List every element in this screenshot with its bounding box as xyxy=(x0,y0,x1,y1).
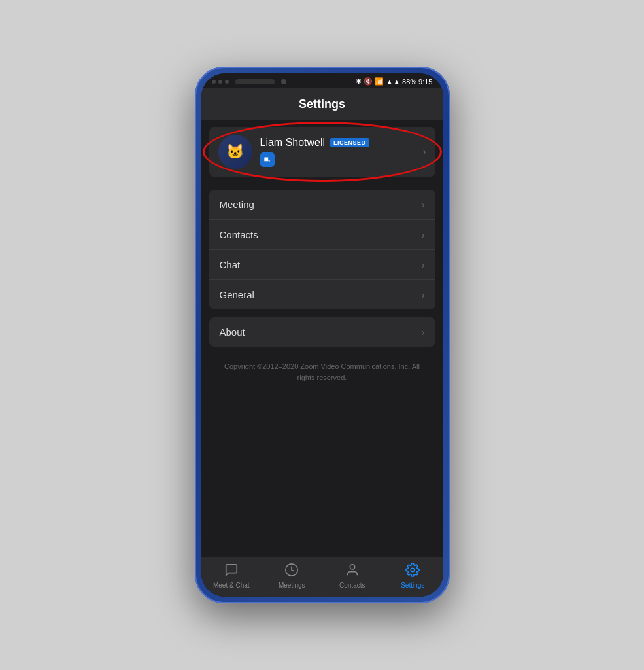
led-dot-3 xyxy=(225,80,229,84)
menu-item-about[interactable]: About › xyxy=(209,317,435,347)
bottom-nav: Meet & Chat Meetings xyxy=(201,557,443,597)
menu-group-about: About › xyxy=(209,317,435,347)
profile-info: Liam Shotwell LICENSED xyxy=(260,137,415,167)
meet-chat-nav-label: Meet & Chat xyxy=(213,582,250,589)
profile-name-row: Liam Shotwell LICENSED xyxy=(260,137,415,149)
about-chevron-icon: › xyxy=(422,327,425,338)
menu-item-meeting[interactable]: Meeting › xyxy=(209,190,435,220)
profile-section-wrapper: 🐱 Liam Shotwell LICENSED › xyxy=(209,127,435,177)
profile-chevron-icon: › xyxy=(422,146,426,158)
general-chevron-icon: › xyxy=(422,290,425,300)
svg-point-2 xyxy=(411,568,415,572)
nav-item-settings[interactable]: Settings xyxy=(393,563,432,589)
phone-speaker xyxy=(235,79,275,84)
meet-chat-icon xyxy=(224,563,239,580)
about-label: About xyxy=(220,326,245,338)
menu-item-contacts[interactable]: Contacts › xyxy=(209,220,435,250)
phone-device: ✱ 🔇 📶 ▲▲ 88% 9:15 Settings 🐱 xyxy=(195,67,450,603)
chat-chevron-icon: › xyxy=(422,260,425,270)
contacts-chevron-icon: › xyxy=(422,230,425,240)
menu-section: Meeting › Contacts › Chat › General › xyxy=(201,190,443,557)
meetings-nav-label: Meetings xyxy=(279,582,305,589)
status-bar: ✱ 🔇 📶 ▲▲ 88% 9:15 xyxy=(356,77,432,86)
meetings-icon xyxy=(284,563,299,580)
signal-icon: ▲▲ xyxy=(386,78,400,86)
meeting-label: Meeting xyxy=(220,199,254,210)
settings-nav-label: Settings xyxy=(401,582,424,589)
menu-item-general[interactable]: General › xyxy=(209,280,435,309)
mute-icon: 🔇 xyxy=(364,77,373,86)
nav-item-contacts[interactable]: Contacts xyxy=(333,563,372,589)
general-label: General xyxy=(220,289,254,300)
time-display: 9:15 xyxy=(418,78,432,86)
front-camera xyxy=(281,79,286,84)
screen-content: Settings 🐱 Liam Shotwell LICENSED xyxy=(201,88,443,597)
profile-name: Liam Shotwell xyxy=(260,137,326,149)
battery-level: 88% xyxy=(402,78,416,86)
wifi-icon: 📶 xyxy=(375,77,384,86)
chat-label: Chat xyxy=(220,259,241,270)
menu-group-main: Meeting › Contacts › Chat › General › xyxy=(209,190,435,309)
page-title: Settings xyxy=(201,88,443,120)
nav-item-meetings[interactable]: Meetings xyxy=(272,563,311,589)
licensed-badge: LICENSED xyxy=(330,138,369,147)
bluetooth-icon: ✱ xyxy=(356,77,362,86)
zoom-icon xyxy=(260,152,275,167)
avatar-image: 🐱 xyxy=(218,135,252,169)
contacts-nav-label: Contacts xyxy=(339,582,365,589)
svg-point-1 xyxy=(350,565,354,569)
menu-item-chat[interactable]: Chat › xyxy=(209,250,435,280)
led-dot-2 xyxy=(218,80,222,84)
contacts-nav-icon xyxy=(345,563,360,580)
avatar: 🐱 xyxy=(218,135,252,169)
meeting-chevron-icon: › xyxy=(422,200,425,210)
contacts-label: Contacts xyxy=(220,229,258,240)
settings-nav-icon xyxy=(405,563,420,580)
profile-row[interactable]: 🐱 Liam Shotwell LICENSED › xyxy=(209,127,435,177)
led-dot xyxy=(212,80,216,84)
phone-screen: ✱ 🔇 📶 ▲▲ 88% 9:15 Settings 🐱 xyxy=(201,73,443,597)
nav-item-meet-chat[interactable]: Meet & Chat xyxy=(212,563,251,589)
phone-top-bar: ✱ 🔇 📶 ▲▲ 88% 9:15 xyxy=(201,73,443,88)
copyright-text: Copyright ©2012–2020 Zoom Video Communic… xyxy=(201,348,443,396)
